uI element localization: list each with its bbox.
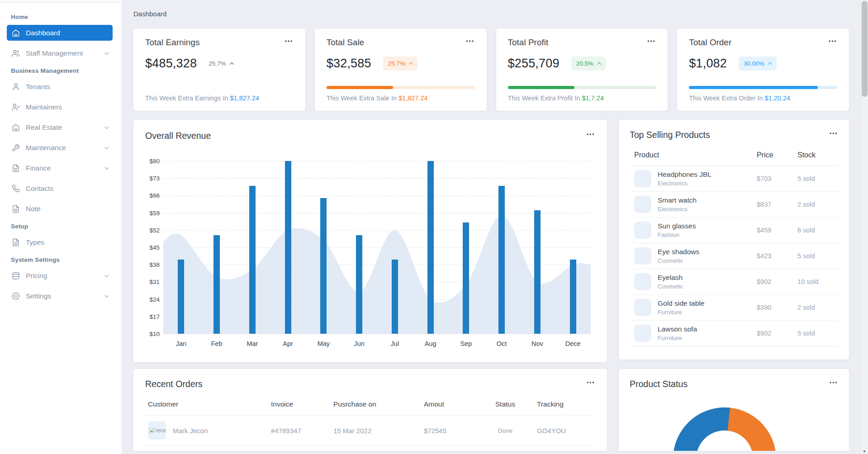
order-tracking: GO4YOU bbox=[537, 427, 595, 435]
y-tick-label: $17 bbox=[142, 313, 160, 320]
sidebar-item-note[interactable]: Note bbox=[7, 201, 113, 217]
sidebar-item-contacts[interactable]: Contacts bbox=[7, 180, 113, 196]
order-row[interactable]: rece Mark Jecon #4789347 15 Mar 2022 $72… bbox=[145, 415, 595, 445]
product-thumbnail bbox=[634, 196, 651, 213]
app-window: Home Dashboard Staff Management Business… bbox=[0, 0, 868, 454]
column-header-invoice: Invoice bbox=[271, 400, 333, 408]
more-menu-icon[interactable]: ⋯ bbox=[586, 131, 595, 137]
product-price: $837 bbox=[757, 201, 797, 208]
file-text-icon bbox=[12, 238, 20, 246]
scrollbar-thumb[interactable] bbox=[862, 1, 868, 97]
column-header-customer: Customer bbox=[148, 400, 271, 408]
chevron-down-icon bbox=[104, 293, 109, 298]
column-header-status: Status bbox=[474, 400, 537, 408]
scroll-down-arrow-icon[interactable]: ▼ bbox=[861, 449, 868, 454]
sidebar-item-real-estate[interactable]: Real Estate bbox=[7, 119, 113, 135]
sidebar-item-maintainers[interactable]: Maintainers bbox=[7, 99, 113, 115]
total-profit-card: Total Profit ⋯ $255,709 20.5% This Week … bbox=[496, 28, 668, 111]
x-tick-label: Nov bbox=[520, 340, 555, 347]
sidebar-item-label: Staff Management bbox=[26, 49, 83, 57]
product-name: Smart watch bbox=[658, 196, 757, 204]
more-menu-icon[interactable]: ⋯ bbox=[466, 38, 475, 44]
stat-value: $1,082 bbox=[689, 57, 727, 71]
product-stock: 5 sold bbox=[797, 175, 838, 182]
order-row-partial[interactable] bbox=[145, 445, 595, 451]
more-menu-icon[interactable]: ⋯ bbox=[829, 379, 838, 386]
product-row[interactable]: Smart watchElectronics $837 2 sold bbox=[630, 191, 838, 217]
sidebar-item-label: Pricing bbox=[26, 272, 47, 280]
sidebar-item-dashboard[interactable]: Dashboard bbox=[7, 25, 113, 41]
change-percent: 30.00% bbox=[744, 60, 764, 67]
sidebar-item-staff-management[interactable]: Staff Management bbox=[7, 45, 113, 61]
sidebar-item-finance[interactable]: Finance bbox=[7, 160, 113, 176]
product-thumbnail bbox=[634, 299, 651, 316]
stat-value: $485,328 bbox=[145, 57, 197, 71]
sidebar-item-settings[interactable]: Settings bbox=[7, 288, 113, 304]
sidebar-item-label: Types bbox=[26, 238, 44, 246]
chevron-down-icon bbox=[104, 50, 109, 55]
product-stock: 10 sold bbox=[797, 278, 838, 285]
product-stock: 2 sold bbox=[797, 304, 838, 311]
more-menu-icon[interactable]: ⋯ bbox=[829, 130, 838, 137]
x-tick-label: Jun bbox=[342, 340, 377, 347]
home-icon bbox=[12, 123, 20, 132]
product-price: $423 bbox=[757, 252, 797, 260]
column-header-tracking: Tracking bbox=[537, 400, 595, 408]
weekly-note: This Week Extra Earnings In $1,827.24 bbox=[145, 95, 294, 102]
more-menu-icon[interactable]: ⋯ bbox=[285, 38, 294, 44]
sidebar-item-types[interactable]: Types bbox=[7, 234, 113, 250]
total-order-card: Total Order ⋯ $1,082 30.00% This Week Ex… bbox=[677, 28, 849, 111]
caret-up-icon bbox=[409, 62, 413, 66]
sidebar-item-pricing[interactable]: Pricing bbox=[7, 268, 113, 284]
sidebar-item-tenants[interactable]: Tenants bbox=[7, 79, 113, 95]
revenue-bar bbox=[570, 260, 576, 334]
phone-icon bbox=[12, 184, 20, 193]
product-row[interactable]: Lawson sofaFurniture $902 5 sold bbox=[630, 320, 838, 346]
product-name: Eyelash bbox=[658, 274, 757, 282]
caret-up-icon bbox=[597, 62, 602, 66]
x-tick-label: Mar bbox=[235, 340, 270, 347]
change-percent: 25.7% bbox=[388, 60, 405, 67]
product-row[interactable]: Gold side tableFurniture $390 2 sold bbox=[630, 294, 838, 320]
orders-table-header: Customer Invoice Pusrchase on Amout Stat… bbox=[145, 400, 595, 415]
sidebar-section-setup: Setup bbox=[0, 223, 122, 230]
product-row[interactable]: EyelashCosmetic $902 10 sold bbox=[630, 269, 838, 294]
product-category: Furniture bbox=[658, 309, 757, 316]
change-indicator: 25.7% bbox=[209, 60, 233, 67]
caret-up-icon bbox=[229, 62, 234, 66]
y-tick-label: $59 bbox=[142, 209, 160, 216]
y-tick-label: $52 bbox=[142, 227, 160, 233]
product-price: $459 bbox=[757, 227, 797, 234]
more-menu-icon[interactable]: ⋯ bbox=[647, 38, 656, 44]
avatar-alt-text: rece bbox=[156, 427, 166, 434]
product-row[interactable]: Sun glassesFashion $459 6 sold bbox=[630, 217, 838, 243]
product-category: Electronics bbox=[658, 180, 757, 187]
sidebar-section-home: Home bbox=[0, 14, 122, 20]
product-row[interactable]: Headphones JBLElectronics $703 5 sold bbox=[630, 166, 838, 191]
gridline bbox=[163, 334, 591, 334]
change-badge: 30.00% bbox=[739, 57, 777, 71]
order-amount: $72545 bbox=[424, 427, 474, 435]
card-title: Total Earnings bbox=[145, 38, 199, 47]
product-stock: 6 sold bbox=[797, 227, 838, 234]
scrollbar[interactable]: ▼ bbox=[860, 0, 868, 454]
revenue-bar bbox=[498, 186, 505, 334]
y-tick-label: $73 bbox=[142, 175, 160, 182]
sidebar-item-maintenance[interactable]: Maintenance bbox=[7, 140, 113, 156]
column-header-stock: Stock bbox=[797, 151, 838, 159]
more-menu-icon[interactable]: ⋯ bbox=[586, 379, 595, 386]
product-price: $902 bbox=[757, 330, 797, 337]
sidebar-item-label: Maintainers bbox=[26, 103, 62, 111]
revenue-bar bbox=[320, 198, 327, 334]
x-tick-label: Jan bbox=[163, 340, 199, 347]
product-thumbnail bbox=[634, 222, 651, 239]
sidebar-item-label: Settings bbox=[26, 292, 51, 300]
product-row[interactable]: Eye shadowsCosmetic $423 5 sold bbox=[630, 243, 838, 269]
x-tick-label: Sep bbox=[448, 340, 484, 347]
sidebar: Home Dashboard Staff Management Business… bbox=[0, 0, 122, 454]
note-amount: $1,7.24 bbox=[582, 95, 604, 102]
change-percent: 20.5% bbox=[576, 60, 593, 67]
more-menu-icon[interactable]: ⋯ bbox=[828, 38, 837, 44]
revenue-bar bbox=[249, 186, 256, 334]
broken-image-icon bbox=[149, 427, 155, 434]
